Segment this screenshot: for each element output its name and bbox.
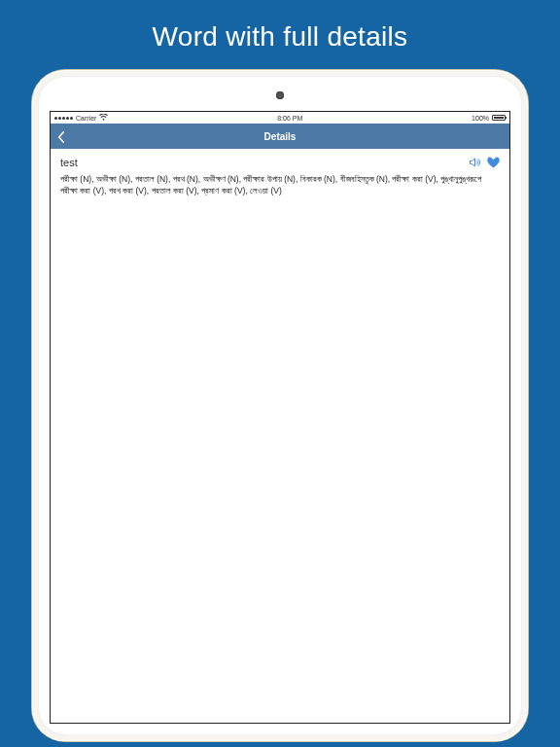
favorite-button[interactable] <box>487 157 500 168</box>
heart-icon <box>487 157 500 168</box>
status-bar: Carrier 8:06 PM 100% <box>51 112 509 124</box>
pronounce-button[interactable] <box>468 157 481 168</box>
carrier-label: Carrier <box>76 115 96 122</box>
definition-text: পরীক্ষা (N), অভীক্ষা (N), পরতাল (N), পরথ… <box>60 173 500 197</box>
battery-percent: 100% <box>472 115 489 122</box>
nav-title: Details <box>264 131 297 142</box>
back-button[interactable] <box>56 131 66 141</box>
tablet-frame: Carrier 8:06 PM 100% Details test <box>32 70 528 741</box>
promo-title: Word with full details <box>0 0 560 70</box>
chevron-left-icon <box>56 131 66 143</box>
details-content: test পরীক্ষা <box>51 149 509 205</box>
wifi-icon <box>99 114 108 123</box>
speaker-icon <box>468 157 481 168</box>
device-camera <box>276 91 284 99</box>
headword: test <box>60 157 78 168</box>
app-screen: Carrier 8:06 PM 100% Details test <box>50 111 510 724</box>
nav-bar: Details <box>51 124 509 149</box>
word-header-row: test <box>60 157 500 168</box>
signal-icon <box>54 117 73 120</box>
clock: 8:06 PM <box>277 115 302 122</box>
battery-icon <box>492 115 506 121</box>
